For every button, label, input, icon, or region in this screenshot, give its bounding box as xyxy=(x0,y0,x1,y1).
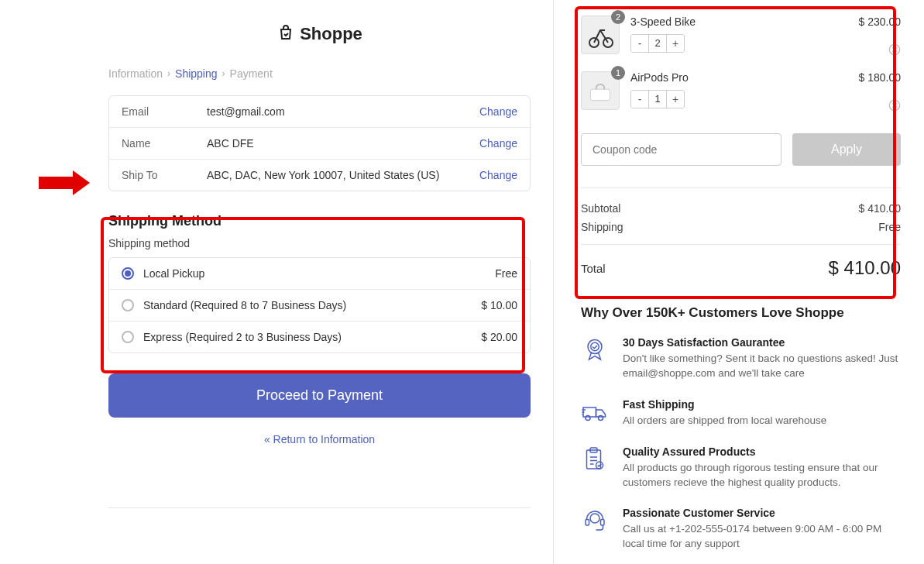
email-label: Email xyxy=(122,105,207,118)
why-title: Why Over 150K+ Customers Love Shoppe xyxy=(581,305,901,321)
change-email-link[interactable]: Change xyxy=(479,105,517,118)
return-to-information-link[interactable]: « Return to Information xyxy=(108,433,531,445)
apply-coupon-button[interactable]: Apply xyxy=(792,133,901,166)
shipping-option-express[interactable]: Express (Required 2 to 3 Business Days) … xyxy=(109,322,530,352)
total-value: $ 410.00 xyxy=(829,257,901,279)
benefit-body: Quality Assured Products All products go… xyxy=(623,445,901,490)
quantity-stepper[interactable]: - 1 + xyxy=(630,90,685,108)
shipping-method-sub: Shipping method xyxy=(108,237,531,249)
qty-decrement-button[interactable]: - xyxy=(631,91,648,108)
svg-rect-14 xyxy=(586,520,589,526)
bag-icon xyxy=(277,23,295,44)
breadcrumb-payment[interactable]: Payment xyxy=(230,67,273,80)
benefit-desc: Call us at +1-202-555-0174 between 9:00 … xyxy=(623,522,901,552)
radio-icon[interactable] xyxy=(122,331,134,343)
benefit-title: Fast Shipping xyxy=(623,398,826,411)
headset-icon xyxy=(581,507,609,535)
benefit-satisfaction: 30 Days Satisfaction Gaurantee Don't lik… xyxy=(581,336,901,381)
annotation-arrow-icon xyxy=(39,169,91,199)
benefit-quality: Quality Assured Products All products go… xyxy=(581,445,901,490)
review-info-box: Email test@gmail.com Change Name ABC DFE… xyxy=(108,95,531,191)
svg-point-13 xyxy=(590,514,599,523)
quantity-badge: 2 xyxy=(611,10,625,24)
svg-point-6 xyxy=(591,342,599,351)
shipto-value: ABC, DAC, New York 10007, United States … xyxy=(207,169,479,181)
badge-icon xyxy=(581,336,609,364)
breadcrumb: Information › Shipping › Payment xyxy=(108,67,531,80)
footer-divider xyxy=(108,507,531,508)
shipping-options: Local Pickup Free Standard (Required 8 t… xyxy=(108,257,531,353)
subtotal-row: Subtotal $ 410.00 xyxy=(581,202,901,215)
qty-increment-button[interactable]: + xyxy=(667,35,684,52)
benefit-body: Passionate Customer Service Call us at +… xyxy=(623,507,901,552)
checkout-main: Shoppe Information › Shipping › Payment … xyxy=(0,0,554,564)
shipping-method-title: Shipping Method xyxy=(108,213,531,229)
svg-point-5 xyxy=(588,340,602,354)
shipping-option-name: Local Pickup xyxy=(143,267,486,280)
remove-item-button[interactable] xyxy=(888,43,901,56)
qty-increment-button[interactable]: + xyxy=(667,91,684,108)
shipping-cost-row: Shipping Free xyxy=(581,221,901,233)
totals-box: Subtotal $ 410.00 Shipping Free Total $ … xyxy=(581,187,901,279)
benefit-body: Fast Shipping All orders are shipped fro… xyxy=(623,398,826,428)
shipping-option-local[interactable]: Local Pickup Free xyxy=(109,258,530,290)
shipping-option-price: $ 20.00 xyxy=(481,331,517,343)
benefit-body: 30 Days Satisfaction Gaurantee Don't lik… xyxy=(623,336,901,381)
total-label: Total xyxy=(581,262,606,275)
subtotal-value: $ 410.00 xyxy=(859,202,902,215)
name-label: Name xyxy=(122,137,207,150)
shipping-cost-value: Free xyxy=(878,221,901,233)
chevron-right-icon: › xyxy=(167,68,170,79)
item-price: $ 180.00 xyxy=(859,71,902,84)
shipping-option-price: Free xyxy=(495,267,517,280)
quantity-badge: 1 xyxy=(611,66,625,80)
benefit-support: Passionate Customer Service Call us at +… xyxy=(581,507,901,552)
info-row-email: Email test@gmail.com Change xyxy=(109,96,530,128)
subtotal-label: Subtotal xyxy=(581,202,620,215)
name-value: ABC DFE xyxy=(207,137,479,150)
radio-icon[interactable] xyxy=(122,299,134,311)
item-name: 3-Speed Bike xyxy=(630,15,848,28)
cart-item: 1 AirPods Pro - 1 + $ 180.00 xyxy=(581,71,901,110)
product-thumbnail: 2 xyxy=(581,15,620,54)
benefit-desc: All products go through rigorous testing… xyxy=(623,461,901,490)
qty-value: 1 xyxy=(648,91,667,108)
svg-rect-7 xyxy=(583,408,596,417)
breadcrumb-information[interactable]: Information xyxy=(108,67,163,80)
quantity-stepper[interactable]: - 2 + xyxy=(630,34,685,53)
change-name-link[interactable]: Change xyxy=(479,137,517,150)
email-value: test@gmail.com xyxy=(207,105,479,118)
store-logo[interactable]: Shoppe xyxy=(108,23,531,44)
info-row-shipto: Ship To ABC, DAC, New York 10007, United… xyxy=(109,160,530,191)
chevron-right-icon: › xyxy=(222,68,225,79)
shipping-cost-label: Shipping xyxy=(581,221,623,233)
benefit-desc: All orders are shipped from local wareho… xyxy=(623,414,826,428)
proceed-to-payment-button[interactable]: Proceed to Payment xyxy=(108,373,531,418)
logo-text: Shoppe xyxy=(300,24,362,44)
info-row-name: Name ABC DFE Change xyxy=(109,128,530,160)
qty-value: 2 xyxy=(648,35,667,52)
coupon-input[interactable] xyxy=(581,133,781,166)
benefit-title: Passionate Customer Service xyxy=(623,507,901,519)
column-divider xyxy=(553,0,554,564)
shipping-option-name: Standard (Required 8 to 7 Business Days) xyxy=(143,299,472,311)
coupon-row: Apply xyxy=(581,133,901,166)
total-row: Total $ 410.00 xyxy=(581,244,901,279)
benefit-shipping: Fast Shipping All orders are shipped fro… xyxy=(581,398,901,428)
truck-icon xyxy=(581,398,609,426)
shipping-option-name: Express (Required 2 to 3 Business Days) xyxy=(143,331,472,343)
item-price: $ 230.00 xyxy=(859,15,902,28)
item-name: AirPods Pro xyxy=(630,71,848,84)
svg-marker-16 xyxy=(39,170,90,195)
clipboard-check-icon xyxy=(581,445,609,473)
shipping-option-price: $ 10.00 xyxy=(481,299,517,311)
cart-item: 2 3-Speed Bike - 2 + $ 230.00 xyxy=(581,15,901,54)
radio-selected-icon[interactable] xyxy=(122,267,134,280)
qty-decrement-button[interactable]: - xyxy=(631,35,648,52)
shipping-option-standard[interactable]: Standard (Required 8 to 7 Business Days)… xyxy=(109,290,530,322)
benefit-title: Quality Assured Products xyxy=(623,445,901,458)
change-shipto-link[interactable]: Change xyxy=(479,169,517,181)
order-summary: 2 3-Speed Bike - 2 + $ 230.00 1 AirPo xyxy=(554,0,924,564)
breadcrumb-shipping[interactable]: Shipping xyxy=(175,67,218,80)
remove-item-button[interactable] xyxy=(888,99,901,112)
